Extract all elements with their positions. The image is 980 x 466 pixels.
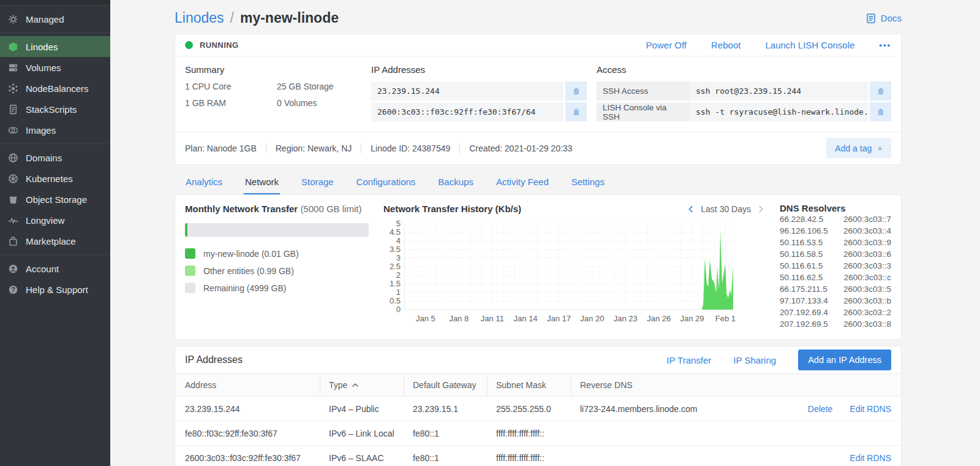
copy-lish-button[interactable] <box>870 102 891 121</box>
chevron-right-icon[interactable] <box>756 205 765 213</box>
tab-configurations[interactable]: Configurations <box>355 170 417 194</box>
cell-type: IPv4 – Public <box>329 397 413 421</box>
breadcrumb: Linodes / my-new-linode <box>175 10 339 26</box>
summary-body: Summary 1 CPU Core 25 GB Storage 1 GB RA… <box>175 56 901 132</box>
dns-resolvers-section: DNS Resolvers 66.228.42.5 2600:3c03::7 9… <box>780 204 891 330</box>
sidebar-item-object-storage[interactable]: Object Storage <box>0 189 110 210</box>
row-action-edit-rdns[interactable]: Edit RDNS <box>850 453 891 463</box>
ipv6-address: 2600:3c03::f03c:92ff:fe30:3f67/64 <box>371 102 564 121</box>
cell-subnet-mask: ffff:ffff:ffff:ffff:: <box>496 421 580 445</box>
launch-lish-console-button[interactable]: Launch LISH Console <box>765 40 854 50</box>
copy-ssh-button[interactable] <box>870 82 891 101</box>
ssh-access-label: SSH Access <box>597 82 690 101</box>
x-tick-label: Jan 17 <box>540 314 577 323</box>
sidebar-item-account[interactable]: Account <box>0 258 110 279</box>
cell-default-gateway: 23.239.15.1 <box>413 397 496 421</box>
cell-type: IPv6 – SLAAC <box>329 446 413 466</box>
y-tick-label: 1.5 <box>383 279 401 288</box>
ip-table-header-bar: IP Addresses IP Transfer IP Sharing Add … <box>175 346 901 373</box>
copy-icon <box>876 107 885 116</box>
lish-console-row: LISH Console via SSH ssh -t rsyracuse@li… <box>597 102 891 121</box>
tab-settings[interactable]: Settings <box>570 170 606 194</box>
tab-activity-feed[interactable]: Activity Feed <box>495 170 550 194</box>
dns-resolvers-title: DNS Resolvers <box>780 204 891 213</box>
sidebar-item-images[interactable]: Images <box>0 120 110 140</box>
breadcrumb-linodes-link[interactable]: Linodes <box>175 10 224 26</box>
sidebar-item-label: Domains <box>26 153 62 163</box>
cell-address: 2600:3c03::f03c:92ff:fe30:3f67 <box>185 446 329 466</box>
tab-network[interactable]: Network <box>244 170 280 194</box>
summary-title: Summary <box>185 64 361 75</box>
column-header-default-gateway[interactable]: Default Gateway <box>413 374 488 396</box>
y-tick-label: 0 <box>383 305 401 314</box>
dns-ipv6: 2600:3c03::c <box>844 272 891 283</box>
divider <box>266 143 266 153</box>
copy-ipv6-button[interactable] <box>565 102 587 121</box>
dns-ipv6: 2600:3c03::3 <box>843 260 891 272</box>
x-tick-label: Jan 8 <box>440 314 477 323</box>
dns-ipv4: 66.175.211.5 <box>780 283 827 295</box>
divider <box>459 143 460 153</box>
sidebar-item-label: Help & Support <box>26 285 88 295</box>
series-my-new-linode <box>404 231 733 310</box>
status-badge: RUNNING <box>200 40 238 50</box>
add-ip-address-button[interactable]: Add an IP Address <box>798 350 891 370</box>
sidebar-item-kubernetes[interactable]: Kubernetes <box>0 168 110 189</box>
tab-backups[interactable]: Backups <box>437 170 475 194</box>
sidebar-item-nodebalancers[interactable]: NodeBalancers <box>0 78 110 99</box>
copy-ipv4-button[interactable] <box>565 82 587 101</box>
sidebar-item-help-support[interactable]: ? Help & Support <box>0 279 110 300</box>
ip-transfer-button[interactable]: IP Transfer <box>666 355 711 365</box>
detail-row: Plan: Nanode 1GB Region: Newark, NJ Lino… <box>175 132 901 164</box>
cell-subnet-mask: ffff:ffff:ffff:ffff:: <box>496 446 580 466</box>
x-tick-label: Jan 23 <box>607 314 644 323</box>
y-tick-label: 2 <box>383 270 401 280</box>
sidebar-item-label: Longview <box>26 215 64 226</box>
legend-item-remaining: Remaining (4999 GB) <box>185 283 369 293</box>
chevron-left-icon[interactable] <box>687 205 695 213</box>
x-tick-label: Feb 1 <box>707 314 744 323</box>
docs-link[interactable]: Docs <box>865 13 902 24</box>
ip-addresses-title: IP Addresses <box>371 64 587 75</box>
ip-table-column-headers: Address Type Default Gateway Subnet Mask… <box>175 373 901 397</box>
legend-label: Remaining (4999 GB) <box>203 283 286 293</box>
more-actions-button[interactable]: ••• <box>879 40 891 50</box>
legend-item-other-entities: Other entities (0.99 GB) <box>185 265 369 276</box>
sidebar-item-domains[interactable]: Domains <box>0 147 110 168</box>
row-action-delete[interactable]: Delete <box>808 404 832 414</box>
cell-subnet-mask: 255.255.255.0 <box>496 397 580 421</box>
column-header-subnet-mask[interactable]: Subnet Mask <box>496 374 571 396</box>
y-tick-label: 4 <box>383 236 401 245</box>
sidebar-item-longview[interactable]: Longview <box>0 210 110 231</box>
cell-address: 23.239.15.244 <box>185 397 329 421</box>
dns-resolver-row: 96.126.106.5 2600:3c03::4 <box>780 225 891 237</box>
transfer-progress-bar <box>185 223 369 237</box>
chart-plot-area <box>404 224 733 310</box>
reboot-button[interactable]: Reboot <box>711 40 741 50</box>
column-header-address[interactable]: Address <box>185 374 320 396</box>
cell-default-gateway: fe80::1 <box>413 421 496 445</box>
ip-sharing-button[interactable]: IP Sharing <box>733 355 776 365</box>
sidebar-item-marketplace[interactable]: Marketplace <box>0 231 110 251</box>
sidebar-item-volumes[interactable]: Volumes <box>0 57 110 78</box>
tab-analytics[interactable]: Analytics <box>184 170 224 194</box>
sidebar-item-stackscripts[interactable]: StackScripts <box>0 99 110 120</box>
ipv6-row: 2600:3c03::f03c:92ff:fe30:3f67/64 <box>371 102 587 121</box>
add-tag-button[interactable]: Add a tag + <box>826 138 891 158</box>
row-action-edit-rdns[interactable]: Edit RDNS <box>850 404 891 414</box>
sidebar-group-account: Account ? Help & Support <box>0 254 110 303</box>
sidebar-item-managed[interactable]: Managed <box>0 9 110 29</box>
copy-icon <box>572 86 581 96</box>
column-header-reverse-dns[interactable]: Reverse DNS <box>580 374 769 396</box>
dns-ipv4: 207.192.69.5 <box>780 318 828 330</box>
sidebar-item-linodes[interactable]: Linodes <box>0 36 110 57</box>
dns-resolvers-list: 66.228.42.5 2600:3c03::7 96.126.106.5 26… <box>780 213 891 330</box>
divider <box>361 143 361 153</box>
tab-storage[interactable]: Storage <box>300 170 335 194</box>
sidebar-group-compute: Linodes Volumes NodeBalancers StackScrip… <box>0 32 110 143</box>
power-off-button[interactable]: Power Off <box>646 40 687 50</box>
linode-id-detail: Linode ID: 24387549 <box>371 143 450 153</box>
y-tick-label: 3 <box>383 253 401 262</box>
column-header-type[interactable]: Type <box>329 374 404 396</box>
cell-reverse-dns <box>580 421 769 445</box>
